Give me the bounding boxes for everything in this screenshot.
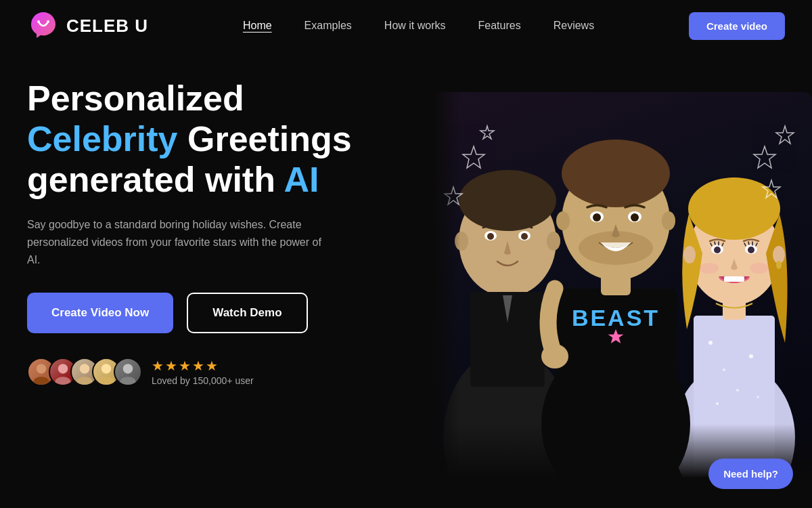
logo-icon (27, 9, 60, 42)
svg-point-44 (736, 389, 739, 391)
social-proof-text: ★★★★★ Loved by 150,000+ user (152, 358, 254, 386)
hero-title: Personalized Celebrity Greetings generat… (27, 79, 406, 200)
navbar-create-video-button[interactable]: Create video (689, 12, 785, 40)
svg-point-6 (80, 364, 89, 373)
svg-point-5 (55, 377, 71, 386)
svg-rect-57 (724, 276, 744, 282)
logo[interactable]: CELEB U (27, 9, 148, 42)
nav-link-how-it-works[interactable]: How it works (384, 20, 446, 31)
nav-item-home[interactable]: Home (243, 20, 272, 32)
hero-title-greetings: Greetings (178, 119, 352, 158)
hero-buttons: Create Video Now Watch Demo (27, 293, 406, 333)
social-proof: ★★★★★ Loved by 150,000+ user (27, 358, 406, 386)
svg-point-4 (58, 364, 68, 373)
svg-point-9 (98, 377, 114, 386)
celebrity-scene: BEAST (433, 92, 812, 478)
svg-point-19 (487, 233, 494, 240)
svg-point-29 (662, 211, 675, 230)
nav-links: Home Examples How it works Features Revi… (243, 20, 594, 32)
hero-title-celebrity: Celebrity (27, 119, 178, 158)
svg-point-3 (33, 377, 49, 386)
hero-title-line1: Personalized (27, 79, 244, 118)
hero-section: Personalized Celebrity Greetings generat… (0, 51, 812, 386)
svg-point-43 (749, 354, 753, 358)
svg-point-11 (120, 377, 136, 386)
hero-title-ai: AI (284, 160, 319, 199)
svg-point-10 (123, 364, 133, 373)
watch-demo-button[interactable]: Watch Demo (187, 293, 307, 333)
nav-item-how-it-works[interactable]: How it works (384, 20, 446, 32)
avatar-5 (114, 358, 142, 386)
svg-point-31 (593, 213, 601, 221)
svg-point-28 (556, 211, 570, 230)
svg-point-46 (757, 396, 759, 398)
nav-link-reviews[interactable]: Reviews (554, 20, 594, 31)
nav-item-reviews[interactable]: Reviews (554, 20, 594, 32)
svg-text:BEAST: BEAST (572, 305, 660, 331)
hero-title-generated: generated with (27, 160, 284, 199)
svg-point-1 (47, 20, 49, 23)
celeb-center-figure: BEAST (514, 92, 717, 478)
avatar-group (27, 358, 142, 386)
star-rating: ★★★★★ (152, 358, 254, 374)
svg-point-33 (631, 213, 639, 221)
svg-point-42 (723, 368, 725, 371)
svg-point-2 (37, 364, 46, 373)
svg-point-0 (37, 20, 40, 23)
nav-link-features[interactable]: Features (478, 20, 521, 31)
svg-point-52 (776, 261, 782, 269)
logo-text: CELEB U (66, 16, 148, 37)
svg-point-7 (76, 377, 93, 386)
nav-link-home[interactable]: Home (243, 20, 272, 31)
hero-content: Personalized Celebrity Greetings generat… (27, 79, 406, 386)
proof-label: Loved by 150,000+ user (152, 375, 254, 386)
nav-item-features[interactable]: Features (478, 20, 521, 32)
nav-link-examples[interactable]: Examples (304, 20, 352, 31)
svg-point-27 (562, 140, 670, 207)
create-video-now-button[interactable]: Create Video Now (27, 293, 173, 333)
hero-image: BEAST (433, 92, 812, 478)
svg-point-56 (748, 247, 754, 253)
hero-description: Say goodbye to a standard boring holiday… (27, 216, 325, 268)
need-help-button[interactable]: Need help? (708, 459, 793, 489)
svg-point-38 (541, 344, 568, 368)
svg-point-8 (102, 364, 111, 373)
navbar: CELEB U Home Examples How it works Featu… (0, 0, 812, 51)
svg-point-59 (750, 263, 769, 274)
nav-item-examples[interactable]: Examples (304, 20, 352, 32)
